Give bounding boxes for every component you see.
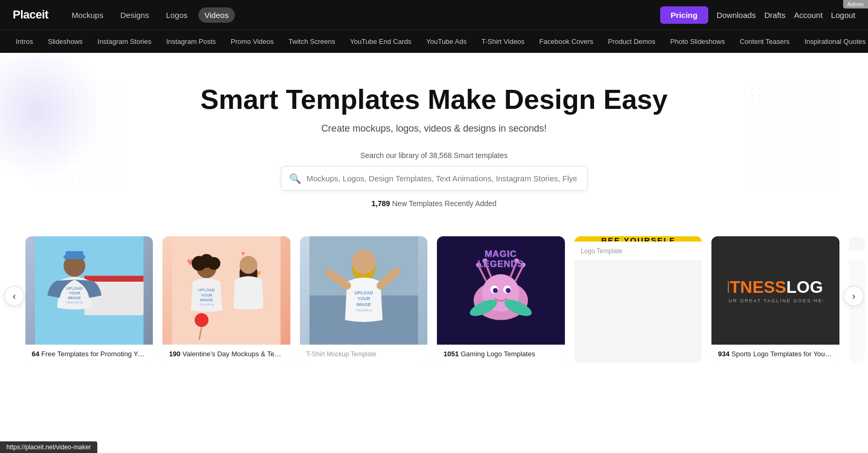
svg-text:FITNESSLOGO: FITNESSLOGO <box>728 278 823 297</box>
svg-text:UPLOAD: UPLOAD <box>198 288 215 293</box>
card-3[interactable]: UPLOAD YOUR IMAGE 750x1200-px T-Shirt Mo… <box>300 236 427 363</box>
svg-text:LEGENDS: LEGENDS <box>478 259 524 269</box>
card-5-label: Logo Template <box>574 242 702 260</box>
admin-badge: Admin <box>843 0 868 8</box>
svg-point-31 <box>352 250 376 274</box>
nav-mockups[interactable]: Mockups <box>65 7 109 23</box>
downloads-link[interactable]: Downloads <box>717 11 756 20</box>
svg-text:IMAGE: IMAGE <box>200 298 213 302</box>
drafts-link[interactable]: Drafts <box>764 11 785 20</box>
nav-right-actions: Pricing Downloads Drafts Account Logout <box>660 6 855 24</box>
logo[interactable]: Placeit <box>13 8 48 22</box>
account-link[interactable]: Account <box>794 11 823 20</box>
subnav-twitch-screens[interactable]: Twitch Screens <box>281 34 343 49</box>
pricing-button[interactable]: Pricing <box>660 6 708 24</box>
svg-text:YOUR: YOUR <box>358 296 370 301</box>
hero-bg-circle <box>0 53 106 180</box>
svg-point-43 <box>493 288 498 293</box>
card-1-label: 64 Free Templates for Promoting Your Bus… <box>25 345 153 363</box>
subnav-photo-slideshows[interactable]: Photo Slideshows <box>663 34 732 49</box>
carousel-prev-button[interactable]: ‹ <box>4 286 24 306</box>
search-input[interactable] <box>281 166 588 191</box>
svg-text:UPLOAD: UPLOAD <box>66 286 83 291</box>
subnav-content-teasers[interactable]: Content Teasers <box>732 34 797 49</box>
subnav-slideshows[interactable]: Slideshows <box>41 34 90 49</box>
card-2-label: 190 Valentine's Day Mockups & Templates! <box>162 345 290 363</box>
subnav-youtube-end-cards[interactable]: YouTube End Cards <box>343 34 419 49</box>
subnav-instagram-stories[interactable]: Instagram Stories <box>90 34 159 49</box>
svg-point-44 <box>506 288 511 293</box>
svg-text:YOUR: YOUR <box>69 291 80 295</box>
svg-text:750x1200-px: 750x1200-px <box>355 309 372 312</box>
search-icon: 🔍 <box>289 173 301 184</box>
top-navigation: Placeit Mockups Designs Logos Videos Pri… <box>0 0 868 30</box>
card-5[interactable]: BEE YOURSELF Logo Template <box>574 236 702 363</box>
card-4[interactable]: MAGIC LEGENDS 1051 Gaming Logo Templates <box>437 236 564 363</box>
svg-point-26 <box>240 256 258 274</box>
nav-designs[interactable]: Designs <box>114 7 155 23</box>
card-2[interactable]: ♥ ♥ ♥ UPLOAD YOUR IMAGE <box>162 236 290 363</box>
svg-text:MAGIC: MAGIC <box>485 249 517 259</box>
cards-wrapper: UPLOAD YOUR IMAGE 750x1200-px 64 Free Te… <box>0 236 868 363</box>
svg-text:IMAGE: IMAGE <box>68 296 81 301</box>
nav-logos[interactable]: Logos <box>160 7 194 23</box>
svg-text:750x1200-px: 750x1200-px <box>66 301 83 304</box>
cards-section: ‹ <box>0 224 868 384</box>
svg-text:YOUR GREAT TAGLINE GOES HERE: YOUR GREAT TAGLINE GOES HERE <box>728 298 823 303</box>
svg-text:♥: ♥ <box>241 250 245 258</box>
card-6-label: 934 Sports Logo Templates for Your Team <box>711 345 839 363</box>
svg-text:IMAGE: IMAGE <box>357 302 371 308</box>
subnav-tshirt-videos[interactable]: T-Shirt Videos <box>474 34 532 49</box>
svg-point-22 <box>195 313 209 327</box>
svg-rect-10 <box>172 236 281 345</box>
card-7-label <box>849 250 865 261</box>
subnav-promo-videos[interactable]: Promo Videos <box>223 34 281 49</box>
search-container: 🔍 <box>281 166 588 191</box>
subnav-intros[interactable]: Intros <box>8 34 41 49</box>
hero-headline: Smart Templates Make Design Easy <box>11 85 857 115</box>
card-1[interactable]: UPLOAD YOUR IMAGE 750x1200-px 64 Free Te… <box>25 236 153 363</box>
sub-navigation: Intros Slideshows Instagram Stories Inst… <box>0 30 868 53</box>
carousel-next-button[interactable]: › <box>844 286 864 306</box>
svg-rect-5 <box>66 251 84 258</box>
search-label: Search our library of 38,568 Smart templ… <box>11 151 857 160</box>
subnav-inspirational-quotes[interactable]: Inspirational Quotes <box>797 34 868 49</box>
subnav-youtube-ads[interactable]: YouTube Ads <box>419 34 474 49</box>
svg-text:YOUR: YOUR <box>201 293 213 298</box>
card-3-label: T-Shirt Mockup Template <box>300 345 427 363</box>
hero-subheadline: Create mockups, logos, videos & designs … <box>11 123 857 134</box>
svg-text:750x1200-px: 750x1200-px <box>199 303 215 306</box>
svg-text:UPLOAD: UPLOAD <box>354 290 373 295</box>
logout-link[interactable]: Logout <box>831 11 855 20</box>
hero-section: Smart Templates Make Design Easy Create … <box>0 53 868 224</box>
subnav-product-demos[interactable]: Product Demos <box>601 34 663 49</box>
nav-videos[interactable]: Videos <box>198 7 235 23</box>
card-4-label: 1051 Gaming Logo Templates <box>437 345 564 363</box>
card-6[interactable]: FITNESSLOGO YOUR GREAT TAGLINE GOES HERE… <box>711 236 839 363</box>
svg-rect-2 <box>84 276 143 282</box>
svg-point-17 <box>208 257 221 270</box>
subnav-facebook-covers[interactable]: Facebook Covers <box>532 34 601 49</box>
subnav-instagram-posts[interactable]: Instagram Posts <box>159 34 223 49</box>
new-templates-badge: 1,789 New Templates Recently Added <box>11 199 857 208</box>
main-nav-links: Mockups Designs Logos Videos <box>65 7 660 23</box>
